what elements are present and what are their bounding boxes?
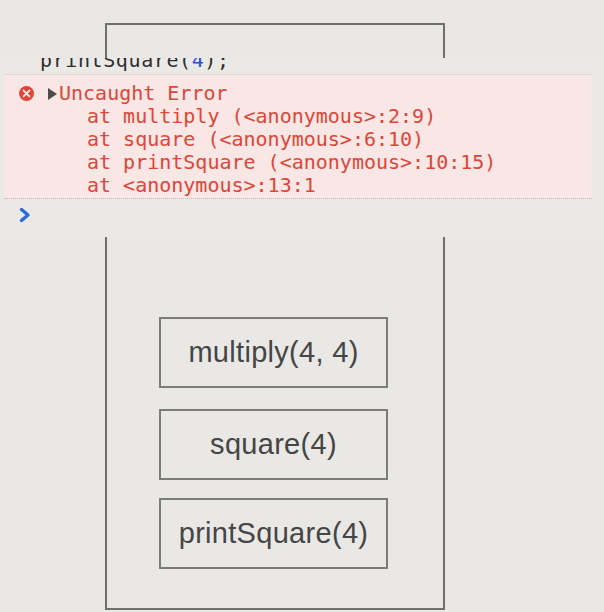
code-function-text: printSquare( (40, 58, 192, 72)
console-error-entry[interactable]: Uncaught Error at multiply (<anonymous>:… (4, 74, 592, 199)
code-closing-text: ); (204, 58, 229, 72)
console-echoed-code: printSquare(4); (40, 58, 230, 72)
stack-frame-square: square(4) (159, 409, 388, 480)
stack-frame-label: square(4) (210, 428, 337, 461)
stack-frame-multiply: multiply(4, 4) (159, 317, 388, 388)
stack-frame-label: printSquare(4) (179, 517, 369, 550)
stack-frame-label: multiply(4, 4) (188, 336, 358, 369)
console-prompt[interactable] (0, 199, 604, 233)
stack-frame-printsquare: printSquare(4) (159, 498, 388, 569)
console-panel: printSquare(4); Uncaught Error at multip… (0, 58, 604, 237)
stack-trace-line: at <anonymous>:13:1 (87, 174, 316, 197)
stack-trace-line: at multiply (<anonymous>:2:9) (87, 105, 436, 128)
slide: printSquare(4); Uncaught Error at multip… (0, 0, 604, 612)
stack-trace-line: at square (<anonymous>:6:10) (87, 128, 424, 151)
code-number-literal: 4 (192, 58, 205, 72)
stack-trace-line: at printSquare (<anonymous>:10:15) (87, 151, 496, 174)
error-title: Uncaught Error (59, 82, 228, 105)
prompt-chevron-icon (19, 207, 31, 223)
